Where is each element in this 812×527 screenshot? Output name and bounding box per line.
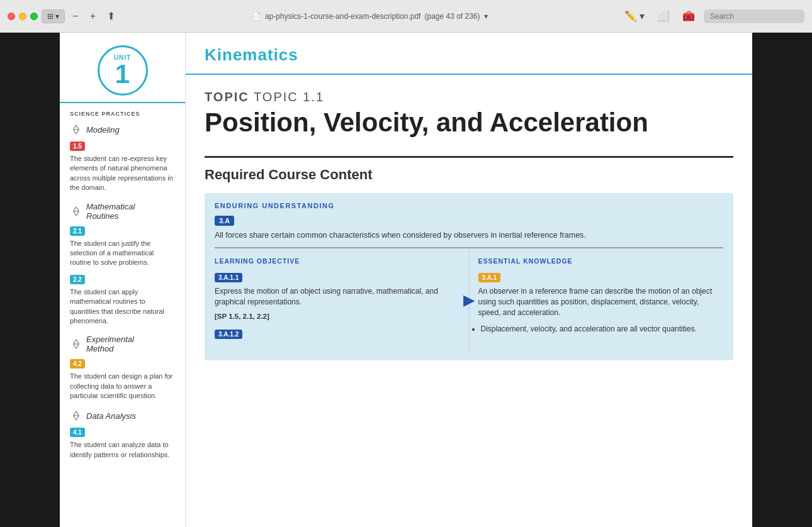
math-routines-name: MathematicalRoutines — [86, 202, 135, 221]
unit-header: UNIT 1 — [60, 33, 185, 103]
experimental-badge: 4.2 — [70, 359, 85, 369]
two-col-content: LEARNING OBJECTIVE 3.A.1.1 Express the m… — [215, 247, 723, 352]
learning-objective-title: LEARNING OBJECTIVE — [215, 257, 460, 265]
experimental-icon — [70, 338, 82, 350]
toolbar-left: ⊞ ▾ − + ⬆ — [8, 9, 119, 23]
essential-text-3a1: An observer in a reference frame can des… — [478, 286, 724, 318]
data-analysis-practice: Data Analysis 4.1 The student can analyz… — [70, 409, 175, 460]
filename-label: ap-physics-1-course-and-exam-description… — [265, 12, 420, 21]
right-panel: Kinematics TOPIC TOPIC 1.1 Position, Vel… — [186, 33, 752, 527]
objective-text-3a11: Express the motion of an object using na… — [215, 286, 460, 308]
essential-badge-3a1: 3.A.1 — [478, 273, 501, 282]
svg-line-1 — [76, 125, 79, 130]
sp-reference: [SP 1.5, 2.1, 2.2] — [215, 313, 460, 320]
enduring-title: ENDURING UNDERSTANDING — [215, 202, 723, 209]
data-analysis-icon — [70, 409, 82, 422]
enduring-badge: 3.A — [215, 216, 234, 226]
annotate-button[interactable]: ✏️ ▾ — [621, 9, 648, 23]
math-routines-desc-21: The student can justify the selection of… — [70, 239, 175, 268]
learning-objective-col: LEARNING OBJECTIVE 3.A.1.1 Express the m… — [215, 248, 470, 352]
topic-section: TOPIC TOPIC 1.1 Position, Velocity, and … — [186, 75, 752, 373]
data-analysis-badge: 4.1 — [70, 428, 85, 437]
essential-list-item: Displacement, velocity, and acceleration… — [481, 323, 724, 335]
topic-title: Position, Velocity, and Acceleration — [205, 108, 733, 137]
experimental-header: ExperimentalMethod — [70, 335, 175, 353]
modeling-desc: The student can re-express key elements … — [70, 154, 175, 193]
essential-knowledge-col: ESSENTIAL KNOWLEDGE 3.A.1 An observer in… — [470, 248, 724, 352]
math-routines-practice: MathematicalRoutines 2.1 The student can… — [70, 202, 175, 326]
title-bar-right: ✏️ ▾ ⬜ 🧰 — [621, 9, 804, 23]
search-input[interactable] — [704, 9, 804, 23]
page-info-label: (page 43 of 236) — [424, 12, 480, 21]
title-bar: ⊞ ▾ − + ⬆ 📄 ap-physics-1-course-and-exam… — [0, 0, 812, 33]
zoom-out-button[interactable]: − — [69, 9, 82, 23]
traffic-lights — [8, 13, 38, 20]
svg-line-7 — [74, 211, 77, 216]
data-analysis-name: Data Analysis — [86, 411, 136, 421]
right-chrome — [752, 33, 812, 527]
experimental-practice: ExperimentalMethod 4.2 The student can d… — [70, 335, 175, 401]
math-routines-desc-22: The student can apply mathematical routi… — [70, 287, 175, 326]
fullscreen-button[interactable] — [30, 13, 38, 20]
svg-line-6 — [76, 206, 79, 211]
svg-line-2 — [74, 130, 77, 134]
svg-line-3 — [76, 130, 79, 134]
kinematics-title: Kinematics — [205, 45, 733, 65]
sidebar-toggle-button[interactable]: ⊞ ▾ — [42, 9, 65, 23]
data-analysis-header: Data Analysis — [70, 409, 175, 422]
math-routines-badge-22: 2.2 — [70, 275, 85, 284]
view-button[interactable]: ⬜ — [653, 9, 674, 23]
svg-line-17 — [74, 416, 77, 420]
dropdown-icon[interactable]: ▾ — [484, 12, 488, 21]
enduring-understanding-box: ENDURING UNDERSTANDING 3.A All forces sh… — [205, 193, 733, 360]
objective-badge-3a12: 3.A.1.2 — [215, 330, 242, 339]
pdf-icon: 📄 — [252, 12, 261, 21]
left-panel: UNIT 1 SCIENCE PRACTICES — [60, 33, 186, 527]
section-title: SCIENCE PRACTICES — [70, 111, 175, 117]
svg-line-15 — [74, 411, 77, 416]
modeling-name: Modeling — [86, 125, 120, 135]
pdf-page: UNIT 1 SCIENCE PRACTICES — [60, 33, 752, 527]
svg-line-10 — [74, 340, 77, 344]
minimize-button[interactable] — [19, 13, 26, 20]
experimental-desc: The student can design a plan for collec… — [70, 372, 175, 401]
required-content-header: Required Course Content — [205, 156, 733, 183]
svg-line-5 — [74, 206, 77, 211]
svg-line-12 — [74, 344, 77, 348]
kinematics-header: Kinematics — [186, 33, 752, 75]
modeling-practice: Modeling 1.5 The student can re-express … — [70, 123, 175, 193]
svg-line-8 — [76, 211, 79, 216]
essential-list-3a1: Displacement, velocity, and acceleration… — [478, 323, 724, 335]
modeling-header: Modeling — [70, 123, 175, 136]
tools-button[interactable]: 🧰 — [679, 9, 699, 23]
objective-badge-3a11: 3.A.1.1 — [215, 273, 242, 282]
share-button[interactable]: ⬆ — [103, 9, 119, 23]
data-analysis-desc: The student can analyze data to identify… — [70, 440, 175, 460]
enduring-desc: All forces share certain common characte… — [215, 230, 723, 241]
svg-line-13 — [76, 344, 79, 348]
main-content: UNIT 1 SCIENCE PRACTICES — [0, 33, 812, 527]
unit-circle: UNIT 1 — [98, 45, 148, 96]
left-chrome — [0, 33, 60, 527]
svg-line-11 — [76, 340, 79, 344]
math-routines-badge-21: 2.1 — [70, 226, 85, 236]
svg-line-16 — [76, 411, 79, 416]
close-button[interactable] — [8, 13, 15, 20]
zoom-in-button[interactable]: + — [86, 9, 99, 23]
svg-line-0 — [74, 125, 77, 130]
title-bar-center: 📄 ap-physics-1-course-and-exam-descripti… — [252, 12, 488, 21]
topic-label: TOPIC TOPIC 1.1 — [205, 90, 733, 104]
science-practices-section: SCIENCE PRACTICES — [60, 103, 185, 476]
experimental-name: ExperimentalMethod — [86, 335, 134, 353]
arrow-icon: ▶ — [463, 291, 475, 309]
modeling-icon — [70, 123, 82, 136]
math-routines-icon — [70, 205, 82, 218]
svg-line-18 — [76, 416, 79, 420]
modeling-badge: 1.5 — [70, 141, 85, 151]
math-routines-header: MathematicalRoutines — [70, 202, 175, 221]
essential-knowledge-title: ESSENTIAL KNOWLEDGE — [478, 257, 724, 265]
unit-number: 1 — [115, 61, 130, 87]
